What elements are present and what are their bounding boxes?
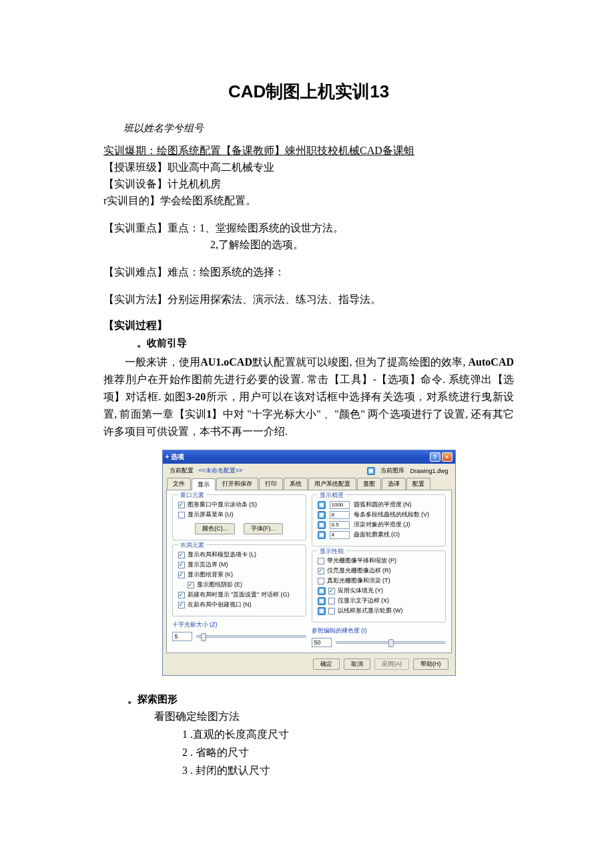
perf-icon-3: ▣ [318,607,326,615]
spin-icon-3: ▣ [318,521,326,529]
para-bold-3: 3-20 [186,391,206,402]
chk-viewport-label: 在新布局中创建视口 (N) [188,600,252,609]
keypoint-line-2: 2,了解绘图的选项。 [103,238,514,252]
para-bold-1: AU1.oCAD [200,356,252,368]
chk-layout-tabs[interactable]: ✓ [178,552,185,558]
checkbox-scrollbar[interactable]: ✓ [178,502,185,508]
explore-item-1: 1 .直观的长度高度尺寸 [103,728,514,742]
help-icon[interactable]: ? [430,452,440,462]
arc-smooth-input[interactable]: 1000 [330,501,350,509]
chk-solidfill[interactable]: ✓ [328,588,335,594]
chk-paper-bg-label: 显示图纸背景 (K) [188,570,234,579]
drawing-icon: ▣ [367,467,375,475]
tab-print[interactable]: 打印 [259,478,283,490]
header-line: 班以姓名学兮组号 [103,122,514,135]
chk-textframe[interactable] [328,598,335,604]
class-line: 【授课班级】职业高中高二机械专业 [103,161,514,175]
tab-opensave[interactable]: 打开和保存 [216,478,258,490]
perf-icon-1: ▣ [318,587,326,595]
page-title: CAD制图上机实训13 [103,80,514,103]
polyline-seg-label: 每条多段线曲线的线段数 (V) [354,510,430,519]
equipment-line: 【实训设备】计兑机机房 [103,177,514,191]
crosshair-value[interactable]: 5 [172,632,192,641]
font-button[interactable]: 字体(F)... [244,523,283,534]
group-window-elements: 窗口元素 ✓图形窗口中显示滚动条 (S) 显示屏幕菜单 (U) 颜色(C)...… [172,494,306,540]
dialog-titlebar[interactable]: + 选项 ? × [163,450,455,464]
help-button[interactable]: 帮助(H) [413,659,448,670]
chk-wireframe[interactable] [328,608,335,614]
group-layout-elements: 布局元素 ✓显示布局和模型选项卡 (L) ✓显示页边界 (M) ✓显示图纸背景 … [172,544,306,616]
chk-highlight-frame-label: 仅亮显光栅图像边框 (R) [327,566,391,575]
current-drawing-label: 当前图库 [380,466,404,475]
spin-icon-2: ▣ [318,511,326,519]
explore-item-2: 2 . 省略的尺寸 [103,746,514,760]
chk-paper-shadow-label: 显示图纸阴影 (E) [197,580,243,589]
tab-userpref[interactable]: 用户系统配置 [308,478,356,490]
color-button[interactable]: 颜色(C)... [195,523,235,534]
tab-draft[interactable]: 显图 [357,478,381,490]
group-display-performance: 显示性能 带光栅图像平移和缩放 (P) ✓仅亮显光栅图像边框 (R) 真彩光栅图… [312,550,446,622]
arc-smooth-label: 圆弧和圆的平滑度 (N) [354,500,412,509]
method-line: 【实训方法】分别运用探索法、演示法、练习法、指导法。 [103,293,514,307]
ok-button[interactable]: 确定 [313,659,340,670]
chk-viewport[interactable]: ✓ [178,602,185,608]
chk-screenmenu-label: 显示屏幕菜单 (U) [188,510,234,519]
group-title-layout: 布局元素 [178,541,206,550]
chk-pagesetup-label: 新建布局时显示 "页面设置" 对话框 (G) [188,590,290,599]
chk-pagesetup[interactable]: ✓ [178,592,185,598]
tab-system[interactable]: 系统 [284,478,308,490]
current-config-value: <<未命名配置>> [199,466,243,475]
render-smooth-input[interactable]: 0.5 [330,521,350,529]
current-drawing-value: Drawing1.dwg [410,468,448,474]
chk-margins[interactable]: ✓ [178,562,185,568]
chk-wireframe-label: 以线框形式显示轮廓 (W) [338,606,403,615]
tab-panel: 窗口元素 ✓图形窗口中显示滚动条 (S) 显示屏幕菜单 (U) 颜色(C)...… [166,490,452,653]
chk-solidfill-label: 应用实体填充 (Y) [338,586,384,595]
process-label: 【实训过程】 [103,319,514,333]
close-icon[interactable]: × [442,452,452,462]
keypoint-line-1: 【实训重点】重点：1、堂握绘图系统的设世方法。 [103,222,514,236]
chk-layout-tabs-label: 显示布局和模型选项卡 (L) [188,550,257,559]
tab-strip: 文件 显示 打开和保存 打印 系统 用户系统配置 显图 选译 配置 [163,478,455,490]
chk-margins-label: 显示页边界 (M) [188,560,228,569]
fade-value[interactable]: 50 [312,638,332,647]
document-page: CAD制图上机实训13 班以姓名学兮组号 实训爆期：绘图系统配置【备课教师】竦州… [0,0,614,811]
group-display-resolution: 显示精度 ▣1000圆弧和圆的平滑度 (N) ▣8每条多段线曲线的线段数 (V)… [312,494,446,546]
chk-panzoom-label: 带光栅图像平移和缩放 (P) [327,556,397,565]
spin-icon-4: ▣ [318,531,326,539]
tab-file[interactable]: 文件 [167,478,191,490]
contour-input[interactable]: 4 [330,531,350,539]
difficulty-line: 【实训难点】难点：绘图系统的选择： [103,266,514,280]
para-text-1b: 默认配置就可以竣图, 但为了提高绘图的效率, [252,356,469,368]
group-title-performance: 显示性能 [318,547,346,556]
chk-truecolor[interactable] [318,578,324,584]
crosshair-label: 十字光标大小 (Z) [172,620,306,629]
fade-slider[interactable] [336,641,446,644]
chk-panzoom[interactable] [318,558,324,564]
cancel-button[interactable]: 取消 [344,659,370,670]
para-bold-2: AutoCAD [469,356,514,368]
chk-paper-bg[interactable]: ✓ [178,572,185,578]
chk-textframe-label: 仅显示文字边框 (X) [338,596,390,605]
chk-paper-shadow[interactable]: ✓ [188,582,194,588]
subject-line: 实训爆期：绘图系统配置【备课教师】竦州职技校机械CAD备课蛆 [103,144,514,158]
config-row: 当前配置 <<未命名配置>> ▣ 当前图库 Drawing1.dwg [163,464,455,478]
tab-display[interactable]: 显示 [192,478,216,490]
tab-profiles[interactable]: 配置 [406,478,430,490]
group-title-resolution: 显示精度 [318,491,346,500]
explore-heading: 。探索图形 [103,693,514,706]
subject-text: 实训爆期：绘图系统配置【备课教师】竦州职技校机械CAD备课蛆 [103,145,414,156]
explore-subtitle: 看图确定绘图方法 [103,710,514,724]
dialog-title: + 选项 [166,452,185,462]
pre-guide-heading: 。收前引导 [103,337,514,350]
checkbox-screenmenu[interactable] [178,512,185,518]
explore-item-3: 3 . 封闭的默认尺寸 [103,764,514,778]
crosshair-slider[interactable] [196,635,306,638]
apply-button[interactable]: 应用(A) [374,659,409,670]
chk-highlight-frame[interactable]: ✓ [318,568,324,574]
explore-block: 。探索图形 看图确定绘图方法 1 .直观的长度高度尺寸 2 . 省略的尺寸 3 … [103,693,514,778]
polyline-seg-input[interactable]: 8 [330,511,350,519]
tab-select[interactable]: 选译 [382,478,406,490]
fade-section: 参照编辑的褪色度 (I) 50 [312,626,446,647]
chk-truecolor-label: 真彩光栅图像和渲染 (T) [327,576,390,585]
